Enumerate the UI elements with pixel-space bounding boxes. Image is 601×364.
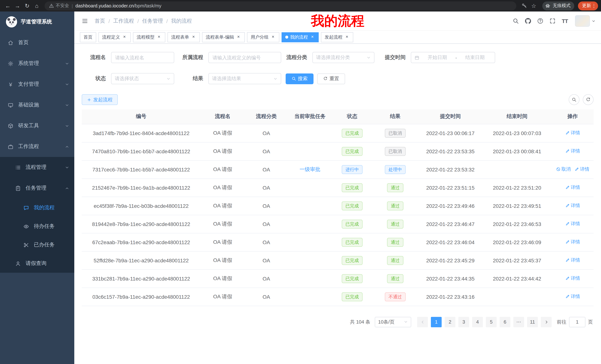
tab-process-form-edit[interactable]: 流程表单-编辑× — [202, 32, 245, 42]
sidebar-item-my-process[interactable]: 我的流程 — [0, 199, 74, 217]
detail-link[interactable]: 详情 — [565, 257, 580, 263]
help-icon[interactable] — [535, 16, 545, 26]
caret-down-icon — [166, 77, 170, 81]
cell-name: OA 请假 — [200, 179, 245, 197]
close-icon[interactable]: × — [236, 35, 241, 40]
sidebar-item-infrastructure[interactable]: 基础设施 — [0, 95, 74, 115]
header-search-icon[interactable] — [511, 16, 521, 26]
close-icon[interactable]: × — [122, 35, 127, 40]
jump-input[interactable] — [569, 317, 585, 327]
sidebar-item-workflow[interactable]: 工作流程 — [0, 136, 74, 157]
cell-actions: 详情 — [551, 179, 594, 197]
category-select[interactable]: 请选择流程分类 — [312, 52, 374, 63]
page-button-6[interactable]: 6 — [500, 317, 510, 327]
tab-process-form[interactable]: 流程表单× — [168, 32, 200, 42]
next-page-button[interactable] — [541, 317, 551, 327]
breadcrumb-item[interactable]: 任务管理 — [142, 18, 163, 24]
forward-icon[interactable]: → — [13, 1, 22, 10]
address-bar[interactable]: 不安全 | dashboard.yudao.iocoder.cn /bpm/ta… — [45, 1, 516, 10]
result-badge: 通过 — [387, 256, 403, 265]
more-pages-button[interactable]: ⋯ — [513, 317, 524, 327]
toggle-search-button[interactable] — [569, 94, 580, 105]
sidebar-toggle-icon[interactable] — [80, 16, 90, 26]
browser-menu-icon[interactable]: ⋮ — [591, 3, 597, 9]
detail-link[interactable]: 详情 — [565, 203, 580, 209]
refresh-table-button[interactable] — [583, 94, 594, 105]
sidebar-item-label: 任务管理 — [26, 185, 46, 192]
fullscreen-icon[interactable] — [548, 16, 558, 26]
result-select[interactable]: 请选择流结果 — [208, 73, 281, 84]
detail-link[interactable]: 详情 — [574, 166, 589, 172]
key-icon[interactable] — [519, 1, 529, 10]
tab-my-process[interactable]: 我的流程× — [281, 32, 319, 42]
app-logo-row[interactable]: 芋道管理系统 — [0, 11, 74, 32]
page-button-3[interactable]: 3 — [458, 317, 469, 327]
cancel-link[interactable]: 取消 — [556, 166, 571, 172]
page-button-1[interactable]: 1 — [431, 317, 442, 327]
sidebar-item-process-mgmt[interactable]: 流程管理 — [0, 157, 74, 178]
page-button-4[interactable]: 4 — [472, 317, 483, 327]
search-button[interactable]: 搜索 — [286, 73, 313, 84]
detail-link[interactable]: 详情 — [565, 294, 580, 300]
bookmark-star-icon[interactable]: ☆ — [529, 1, 539, 10]
page-button-2[interactable]: 2 — [445, 317, 455, 327]
security-chip[interactable]: 不安全 — [49, 3, 69, 9]
close-icon[interactable]: × — [344, 35, 350, 40]
tab-process-definition[interactable]: 流程定义× — [99, 32, 131, 42]
sidebar-item-system[interactable]: 系统管理 — [0, 53, 74, 74]
page-button-5[interactable]: 5 — [486, 317, 497, 327]
annotation-title: 我的流程 — [311, 12, 364, 30]
detail-link[interactable]: 详情 — [565, 239, 580, 245]
close-icon[interactable]: × — [310, 35, 315, 40]
status-select[interactable]: 请选择状态 — [111, 73, 174, 84]
cell-actions: 详情 — [551, 233, 594, 251]
status-badge: 已完成 — [342, 147, 362, 156]
process-def-input[interactable] — [208, 52, 281, 63]
detail-link[interactable]: 详情 — [565, 130, 580, 136]
sidebar-item-home[interactable]: 首页 — [0, 32, 74, 53]
page-size-select[interactable]: 10条/页 — [375, 317, 411, 327]
detail-link[interactable]: 详情 — [565, 275, 580, 282]
sidebar: 芋道管理系统 首页 系统管理 ¥ 支付管理 基础设施 — [0, 11, 74, 364]
detail-link[interactable]: 详情 — [565, 148, 580, 154]
edit-icon — [565, 276, 570, 281]
detail-link[interactable]: 详情 — [565, 184, 580, 191]
close-icon[interactable]: × — [191, 35, 196, 40]
tab-home[interactable]: 首页 — [80, 32, 96, 42]
cell-end-time: 2022-01-22 23:46:53 — [482, 215, 551, 233]
breadcrumb-item[interactable]: 工作流程 — [113, 18, 134, 24]
sidebar-item-payment[interactable]: ¥ 支付管理 — [0, 74, 74, 95]
tab-label: 流程定义 — [102, 34, 120, 40]
user-menu[interactable] — [575, 15, 595, 27]
tab-user-group[interactable]: 用户分组× — [247, 32, 279, 42]
process-name-input[interactable] — [111, 52, 174, 63]
jump-unit: 页 — [588, 318, 593, 325]
reload-icon[interactable]: ↻ — [22, 1, 32, 10]
detail-link[interactable]: 详情 — [565, 221, 580, 227]
breadcrumb-item[interactable]: 首页 — [95, 18, 105, 24]
reset-button[interactable]: 重置 — [317, 73, 345, 84]
update-chip[interactable]: 更新 ⋮ — [578, 1, 598, 10]
current-task-link[interactable]: 一级审批 — [300, 166, 320, 172]
tab-initiate-process[interactable]: 发起流程× — [321, 32, 353, 42]
sidebar-item-leave-query[interactable]: 请假查询 — [0, 254, 74, 273]
close-icon[interactable]: × — [156, 35, 161, 40]
submit-time-range-picker[interactable]: 开始日期 - 结束日期 — [411, 52, 495, 63]
close-icon[interactable]: × — [270, 35, 276, 40]
sidebar-item-devtools[interactable]: 研发工具 — [0, 115, 74, 136]
tab-process-model[interactable]: 流程模型× — [133, 32, 165, 42]
create-process-button[interactable]: 发起流程 — [82, 94, 118, 105]
cell-submit-time: 2022-01-22 23:53:32 — [418, 160, 482, 179]
sidebar-item-task-mgmt[interactable]: 任务管理 — [0, 178, 74, 199]
sidebar-item-todo-tasks[interactable]: 待办任务 — [0, 217, 74, 236]
page-button-11[interactable]: 11 — [527, 317, 538, 327]
github-icon[interactable] — [523, 16, 533, 26]
cell-actions: 详情 — [551, 142, 594, 160]
font-size-icon[interactable]: TT — [560, 16, 570, 26]
cell-name: OA 请假 — [200, 124, 245, 142]
back-icon[interactable]: ← — [3, 1, 13, 10]
browser-home-icon[interactable]: ⌂ — [32, 1, 42, 10]
sidebar-item-done-tasks[interactable]: 已办任务 — [0, 236, 74, 254]
cell-status: 已完成 — [332, 287, 372, 306]
prev-page-button[interactable] — [417, 317, 428, 327]
